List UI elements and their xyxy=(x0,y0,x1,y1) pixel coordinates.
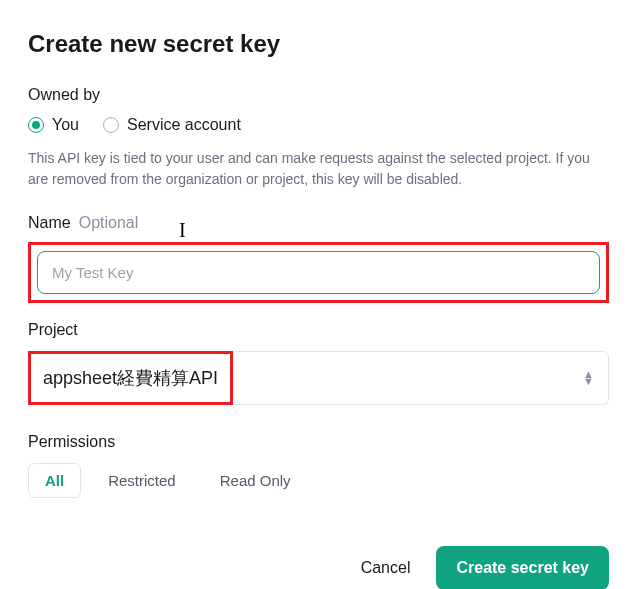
radio-you[interactable]: You xyxy=(28,116,79,134)
radio-circle-icon xyxy=(103,117,119,133)
radio-circle-icon xyxy=(28,117,44,133)
create-secret-key-button[interactable]: Create secret key xyxy=(436,546,609,589)
project-label: Project xyxy=(28,321,609,339)
permissions-pill-group: All Restricted Read Only xyxy=(28,463,609,498)
permission-all[interactable]: All xyxy=(28,463,81,498)
dialog-title: Create new secret key xyxy=(28,30,609,58)
project-highlight-annotation: appsheet経費精算API xyxy=(28,351,233,405)
project-select-chevron-area[interactable]: ▲▼ xyxy=(233,351,609,405)
dialog-footer: Cancel Create secret key xyxy=(28,546,609,589)
name-label: Name xyxy=(28,214,71,232)
radio-you-label: You xyxy=(52,116,79,134)
radio-dot-icon xyxy=(32,121,40,129)
owned-by-help-text: This API key is tied to your user and ca… xyxy=(28,148,609,190)
cancel-button[interactable]: Cancel xyxy=(353,549,419,587)
owned-by-radio-group: You Service account xyxy=(28,116,609,134)
project-select[interactable]: appsheet経費精算API ▲▼ xyxy=(28,351,609,405)
project-selected-value: appsheet経費精算API xyxy=(39,360,222,396)
name-input[interactable] xyxy=(37,251,600,294)
permissions-label: Permissions xyxy=(28,433,609,451)
owned-by-label: Owned by xyxy=(28,86,609,104)
radio-service-account-label: Service account xyxy=(127,116,241,134)
radio-service-account[interactable]: Service account xyxy=(103,116,241,134)
name-highlight-annotation: I xyxy=(28,242,609,303)
permission-restricted[interactable]: Restricted xyxy=(91,463,193,498)
permission-read-only[interactable]: Read Only xyxy=(203,463,308,498)
name-optional-text: Optional xyxy=(79,214,139,232)
chevron-up-down-icon: ▲▼ xyxy=(583,371,594,385)
